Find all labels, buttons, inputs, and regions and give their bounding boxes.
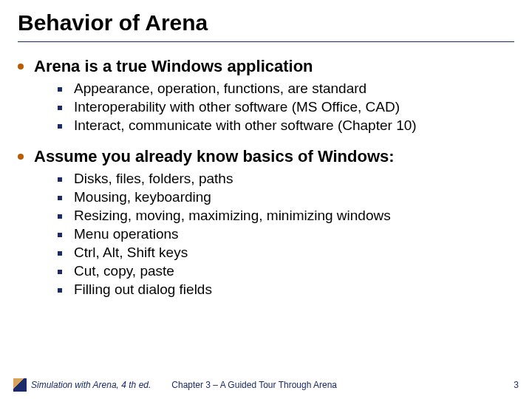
bullet-square-icon bbox=[58, 233, 62, 237]
footer-center-text: Chapter 3 – A Guided Tour Through Arena bbox=[171, 380, 337, 390]
bullet-square-icon bbox=[58, 87, 62, 92]
sub-item: Interoperability with other software (MS… bbox=[58, 99, 514, 115]
bullet-square-icon bbox=[58, 270, 62, 274]
sub-item: Cut, copy, paste bbox=[58, 263, 514, 279]
bullet-item: Assume you already know basics of Window… bbox=[18, 147, 514, 166]
bullet-square-icon bbox=[58, 177, 62, 182]
sub-text: Menu operations bbox=[74, 226, 179, 242]
sub-text: Mousing, keyboarding bbox=[74, 189, 211, 205]
sub-item: Ctrl, Alt, Shift keys bbox=[58, 245, 514, 261]
sub-item: Menu operations bbox=[58, 226, 514, 242]
sub-item: Appearance, operation, functions, are st… bbox=[58, 81, 514, 97]
slide-footer: Simulation with Arena, 4 th ed. Chapter … bbox=[0, 378, 532, 392]
bullet-text: Arena is a true Windows application bbox=[34, 57, 313, 76]
sub-text: Interact, communicate with other softwar… bbox=[74, 117, 417, 134]
sub-text: Resizing, moving, maximizing, minimizing… bbox=[74, 208, 391, 224]
sub-item: Resizing, moving, maximizing, minimizing… bbox=[58, 208, 514, 224]
sublist: Disks, files, folders, paths Mousing, ke… bbox=[58, 171, 514, 298]
sublist: Appearance, operation, functions, are st… bbox=[58, 81, 514, 134]
slide-title: Behavior of Arena bbox=[18, 10, 514, 35]
sub-text: Disks, files, folders, paths bbox=[74, 171, 233, 187]
sub-text: Filling out dialog fields bbox=[74, 282, 212, 298]
bullet-square-icon bbox=[58, 288, 62, 293]
sub-text: Appearance, operation, functions, are st… bbox=[74, 81, 366, 97]
sub-item: Disks, files, folders, paths bbox=[58, 171, 514, 187]
bullet-item: Arena is a true Windows application bbox=[18, 57, 514, 76]
page-number: 3 bbox=[514, 380, 519, 390]
bullet-square-icon bbox=[58, 214, 62, 219]
sub-item: Mousing, keyboarding bbox=[58, 189, 514, 205]
sub-text: Ctrl, Alt, Shift keys bbox=[74, 245, 188, 261]
sub-item: Interact, communicate with other softwar… bbox=[58, 117, 514, 134]
bullet-text: Assume you already know basics of Window… bbox=[34, 147, 395, 166]
bullet-square-icon bbox=[58, 124, 62, 129]
book-icon bbox=[13, 378, 27, 392]
sub-text: Cut, copy, paste bbox=[74, 263, 174, 279]
bullet-square-icon bbox=[58, 106, 62, 110]
bullet-dot-icon bbox=[18, 64, 24, 69]
sub-item: Filling out dialog fields bbox=[58, 282, 514, 298]
sub-text: Interoperability with other software (MS… bbox=[74, 99, 400, 115]
bullet-square-icon bbox=[58, 251, 62, 256]
bullet-square-icon bbox=[58, 196, 62, 200]
footer-left-text: Simulation with Arena, 4 th ed. bbox=[31, 380, 151, 390]
title-divider bbox=[18, 41, 514, 42]
bullet-dot-icon bbox=[18, 154, 24, 160]
